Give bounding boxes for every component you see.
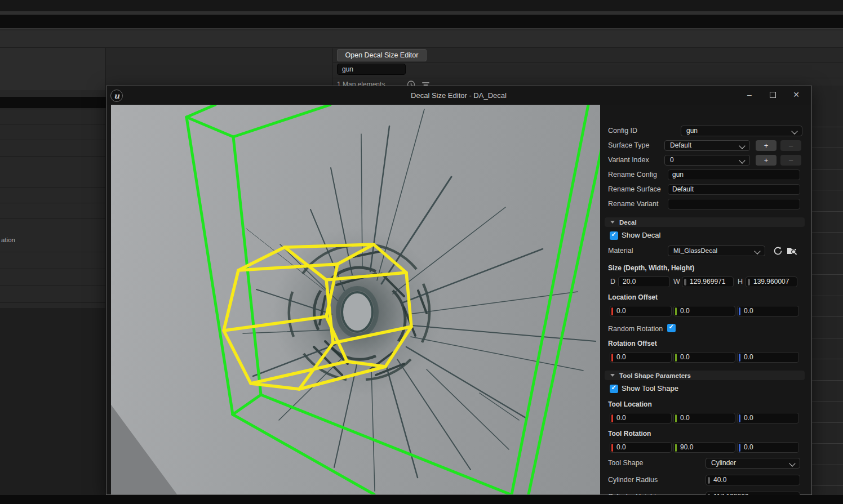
unreal-logo-icon: u [110,90,123,102]
window-title-bar [0,0,843,11]
chevron-down-icon [739,142,745,149]
main-toolbar [0,15,843,29]
collapse-arrow-icon [610,374,615,377]
random-rotation-checkbox[interactable] [667,324,676,332]
chevron-down-icon [789,460,795,466]
material-dropdown[interactable]: MI_GlassDecal [668,246,765,256]
dialog-title: Decal Size Editor - DA_Decal [276,86,642,105]
tool-shape-section-header[interactable]: Tool Shape Parameters [605,371,805,380]
rename-surface-input[interactable]: Default [668,184,800,195]
size-height-input[interactable]: 139.960007 [746,276,797,287]
size-h-label: H [738,276,743,287]
location-offset-x-input[interactable]: 0.0 [610,306,672,316]
rename-config-label: Rename Config [608,170,657,180]
cylinder-radius-label: Cylinder Radius [608,475,658,485]
chevron-down-icon [791,128,797,134]
tool-shape-dropdown[interactable]: Cylinder [706,458,800,469]
remove-surface-button[interactable]: – [780,140,801,151]
decal-section-header[interactable]: Decal [605,217,805,227]
rotation-offset-x-input[interactable]: 0.0 [610,352,672,363]
rotation-offset-z-input[interactable]: 0.0 [737,352,799,363]
config-id-label: Config ID [608,126,637,136]
tool-rotation-label: Tool Rotation [608,430,651,438]
left-details-panel: ation [0,90,106,308]
unreal-editor-screen: Open Decal Size Editor gun 1 Map element… [0,0,843,504]
rotation-offset-label: Rotation Offset [608,340,657,347]
right-details-panel [812,86,843,495]
config-name-input[interactable]: gun [337,64,406,75]
show-tool-shape-label: Show Tool Shape [622,384,678,393]
dialog-title-bar[interactable]: u Decal Size Editor - DA_Decal – ✕ [107,86,811,105]
menu-bar [0,11,843,15]
chevron-down-icon [754,248,760,254]
toolbar-row-divider [332,78,843,78]
rename-config-input[interactable]: gun [668,170,800,180]
decal-properties-panel: Config ID gun Surface Type Default + – V… [600,105,811,494]
location-offset-label: Location Offset [608,293,658,301]
show-decal-label: Show Decal [622,231,660,239]
add-surface-button[interactable]: + [756,140,777,151]
secondary-toolbar [0,30,843,48]
maximize-button[interactable] [762,86,784,103]
left-panel-selected-row[interactable] [0,97,106,108]
tool-rotation-z-input[interactable]: 0.0 [737,442,799,453]
tool-rotation-y-input[interactable]: 90.0 [673,442,735,453]
material-label: Material [608,246,633,256]
tool-location-y-input[interactable]: 0.0 [673,413,735,423]
show-tool-shape-checkbox[interactable] [610,385,618,393]
location-offset-z-input[interactable]: 0.0 [737,306,799,316]
add-variant-button[interactable]: + [756,155,777,166]
rename-variant-label: Rename Variant [608,199,658,209]
tool-shape-label: Tool Shape [608,458,644,469]
location-offset-y-input[interactable]: 0.0 [673,306,735,316]
minimize-button[interactable]: – [738,86,761,103]
tool-rotation-x-input[interactable]: 0.0 [610,442,672,453]
decal-3d-viewport[interactable]: Z X Y [111,105,600,494]
rotation-offset-y-input[interactable]: 0.0 [673,352,735,363]
size-label: Size (Depth, Width, Height) [608,264,694,272]
tool-location-x-input[interactable]: 0.0 [610,413,672,423]
rename-variant-input[interactable] [668,199,800,209]
close-button[interactable]: ✕ [785,86,807,103]
remove-variant-button[interactable]: – [780,155,801,166]
browse-to-asset-icon[interactable] [787,246,797,256]
maximize-icon [770,92,776,98]
decal-size-editor-window: u Decal Size Editor - DA_Decal – ✕ [106,86,812,495]
collapse-arrow-icon [610,221,615,224]
bottom-status-strip [0,495,843,504]
surface-type-dropdown[interactable]: Default [664,140,750,151]
left-panel-header-area [0,48,106,90]
toolbar-row-divider [332,62,843,63]
rename-surface-label: Rename Surface [608,184,661,195]
cylinder-radius-input[interactable]: 40.0 [706,475,800,485]
size-w-label: W [673,276,680,287]
left-panel-row-label: ation [1,237,15,243]
size-width-input[interactable]: 129.969971 [682,276,734,287]
chevron-down-icon [739,157,745,163]
random-rotation-label: Random Rotation [608,324,663,334]
variant-index-dropdown[interactable]: 0 [664,155,750,166]
size-d-label: D [610,276,615,287]
tool-location-z-input[interactable]: 0.0 [737,413,799,423]
open-decal-size-editor-button[interactable]: Open Decal Size Editor [337,49,427,61]
config-id-dropdown[interactable]: gun [681,126,802,136]
surface-type-label: Surface Type [608,140,649,151]
toolbar-divider [332,48,333,86]
use-selected-asset-icon[interactable] [773,246,783,256]
tool-location-label: Tool Location [608,400,652,408]
size-depth-input[interactable]: 20.0 [618,276,670,287]
viewport-canvas: Z X Y [111,105,600,494]
variant-index-label: Variant Index [608,155,649,166]
show-decal-checkbox[interactable] [610,231,618,240]
left-panel-lower-area [0,308,106,495]
